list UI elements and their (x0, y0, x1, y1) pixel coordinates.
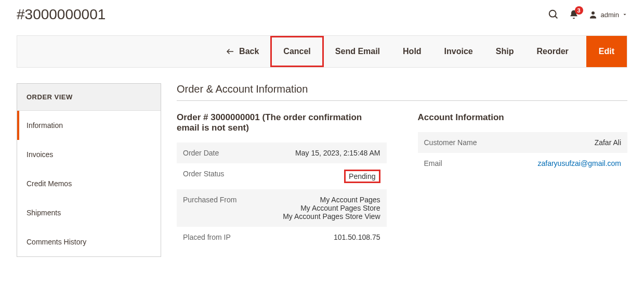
order-date-value: May 15, 2023, 2:15:48 AM (265, 143, 386, 163)
table-row: Purchased From My Account Pages My Accou… (177, 189, 387, 227)
sidebar-item-label: Comments History (27, 238, 86, 246)
purchased-from-line2: My Account Pages Store (271, 204, 380, 212)
svg-point-0 (549, 10, 556, 17)
svg-line-1 (555, 16, 557, 19)
sidebar-item-shipments[interactable]: Shipments (17, 198, 161, 227)
action-bar: Back Cancel Send Email Hold Invoice Ship… (17, 35, 627, 68)
table-row: Email zafaryusufzai@gmail.com (418, 153, 628, 174)
table-row: Order Status Pending (177, 163, 387, 189)
order-status-value: Pending (344, 170, 380, 183)
purchased-from-line3: My Account Pages Store View (271, 212, 380, 221)
account-heading: Account Information (418, 112, 628, 123)
order-info-table: Order Date May 15, 2023, 2:15:48 AM Orde… (177, 143, 387, 248)
order-status-cell: Pending (265, 163, 386, 189)
sidebar-item-label: Invoices (27, 150, 53, 159)
page-header: #3000000001 3 admin (0, 0, 644, 23)
main-panel: Order & Account Information Order # 3000… (177, 83, 627, 248)
page-title: #3000000001 (17, 6, 106, 23)
sidebar-item-credit-memos[interactable]: Credit Memos (17, 169, 161, 198)
cancel-button[interactable]: Cancel (270, 36, 323, 67)
sidebar-item-label: Credit Memos (27, 179, 72, 188)
placed-from-ip-value: 101.50.108.75 (265, 227, 386, 248)
sidebar-item-label: Shipments (27, 209, 61, 217)
order-heading: Order # 3000000001 (The order confirmati… (177, 112, 387, 133)
chevron-down-icon (622, 12, 627, 17)
order-status-label: Order Status (177, 163, 265, 189)
ship-label: Ship (496, 47, 514, 56)
email-label: Email (418, 153, 506, 174)
placed-from-ip-label: Placed from IP (177, 227, 265, 248)
section-title: Order & Account Information (177, 83, 627, 101)
hold-button[interactable]: Hold (391, 36, 433, 67)
cancel-label: Cancel (283, 47, 310, 56)
invoice-label: Invoice (444, 47, 473, 56)
sidebar-item-comments-history[interactable]: Comments History (17, 227, 161, 256)
header-right: 3 admin (548, 9, 627, 20)
purchased-from-label: Purchased From (177, 189, 265, 227)
content-area: ORDER VIEW Information Invoices Credit M… (0, 68, 644, 273)
hold-label: Hold (403, 47, 422, 56)
send-email-label: Send Email (335, 47, 380, 56)
purchased-from-line1: My Account Pages (271, 196, 380, 204)
send-email-button[interactable]: Send Email (324, 36, 391, 67)
account-info-column: Account Information Customer Name Zafar … (418, 112, 628, 248)
invoice-button[interactable]: Invoice (433, 36, 484, 67)
customer-name-label: Customer Name (418, 132, 506, 153)
back-button[interactable]: Back (214, 36, 270, 67)
notification-button[interactable]: 3 (569, 9, 579, 20)
back-label: Back (239, 47, 259, 56)
notification-count: 3 (575, 6, 583, 15)
user-icon (588, 10, 598, 19)
edit-label: Edit (599, 47, 614, 56)
order-info-column: Order # 3000000001 (The order confirmati… (177, 112, 387, 248)
admin-user-menu[interactable]: admin (588, 10, 627, 19)
order-date-label: Order Date (177, 143, 265, 163)
sidebar-item-information[interactable]: Information (17, 111, 161, 140)
email-link[interactable]: zafaryusufzai@gmail.com (538, 159, 622, 167)
sidebar: ORDER VIEW Information Invoices Credit M… (17, 83, 161, 257)
search-icon (548, 9, 559, 20)
table-row: Order Date May 15, 2023, 2:15:48 AM (177, 143, 387, 163)
sidebar-item-label: Information (27, 121, 63, 130)
account-info-table: Customer Name Zafar Ali Email zafaryusuf… (418, 132, 628, 174)
table-row: Customer Name Zafar Ali (418, 132, 628, 153)
two-column-layout: Order # 3000000001 (The order confirmati… (177, 112, 627, 248)
svg-point-2 (592, 11, 595, 15)
edit-button[interactable]: Edit (586, 36, 627, 67)
purchased-from-value: My Account Pages My Account Pages Store … (265, 189, 386, 227)
ship-button[interactable]: Ship (484, 36, 525, 67)
reorder-button[interactable]: Reorder (525, 36, 580, 67)
sidebar-heading: ORDER VIEW (17, 84, 161, 111)
sidebar-item-invoices[interactable]: Invoices (17, 140, 161, 169)
arrow-left-icon (226, 47, 235, 56)
reorder-label: Reorder (536, 47, 568, 56)
admin-user-label: admin (601, 11, 619, 19)
customer-name-value: Zafar Ali (506, 132, 627, 153)
email-cell: zafaryusufzai@gmail.com (506, 153, 627, 174)
table-row: Placed from IP 101.50.108.75 (177, 227, 387, 248)
search-button[interactable] (548, 9, 559, 20)
